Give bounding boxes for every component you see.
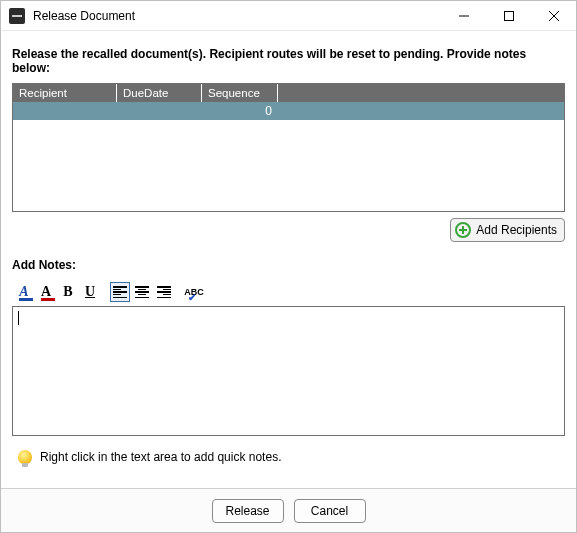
align-right-button[interactable] [154,282,174,302]
align-center-icon [135,286,149,298]
table-row[interactable]: 0 [13,102,564,120]
dialog-footer: Release Cancel [1,488,576,532]
add-recipients-label: Add Recipients [476,223,557,237]
align-left-icon [113,286,127,298]
font-color-button[interactable]: A [36,282,56,302]
close-icon [549,11,559,21]
minimize-icon [459,11,469,21]
minimize-button[interactable] [441,1,486,31]
maximize-icon [504,11,514,21]
align-left-button[interactable] [110,282,130,302]
window-title: Release Document [33,9,441,23]
col-sequence[interactable]: Sequence [202,84,278,102]
text-caret [18,311,19,325]
maximize-button[interactable] [486,1,531,31]
plus-circle-icon [455,222,471,238]
svg-rect-1 [504,11,513,20]
add-recipients-button[interactable]: Add Recipients [450,218,565,242]
align-center-button[interactable] [132,282,152,302]
cancel-button[interactable]: Cancel [294,499,366,523]
notes-textarea[interactable] [12,306,565,436]
underline-icon: U [85,284,95,300]
col-recipient[interactable]: Recipient [13,84,117,102]
align-right-icon [157,286,171,298]
notes-toolbar: A A B U ABC✔ [12,282,565,302]
add-notes-label: Add Notes: [12,258,565,272]
lightbulb-icon [18,450,32,464]
close-button[interactable] [531,1,576,31]
spellcheck-button[interactable]: ABC✔ [184,282,204,302]
cell-sequence: 0 [202,104,278,118]
instruction-text: Release the recalled document(s). Recipi… [12,47,565,75]
hint-text: Right click in the text area to add quic… [40,450,281,464]
font-color-icon: A [41,284,51,300]
bold-button[interactable]: B [58,282,78,302]
app-icon [9,8,25,24]
bold-icon: B [63,284,72,300]
spellcheck-icon: ABC✔ [184,287,204,297]
highlight-icon: A [19,284,28,300]
recipient-table[interactable]: Recipient DueDate Sequence 0 [12,83,565,212]
col-spacer [278,84,564,102]
col-duedate[interactable]: DueDate [117,84,202,102]
release-button[interactable]: Release [212,499,284,523]
underline-button[interactable]: U [80,282,100,302]
titlebar: Release Document [1,1,576,31]
table-header: Recipient DueDate Sequence [13,84,564,102]
highlight-button[interactable]: A [14,282,34,302]
